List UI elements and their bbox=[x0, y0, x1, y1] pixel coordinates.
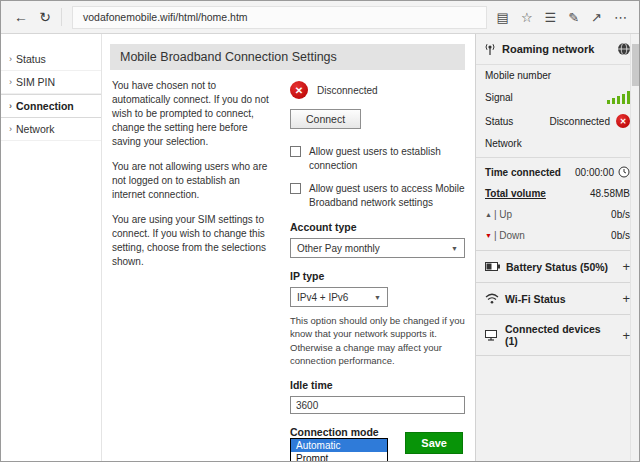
sidebar-item-connection[interactable]: › Connection bbox=[1, 94, 101, 118]
vertical-scrollbar[interactable] bbox=[630, 34, 639, 462]
idle-time-input[interactable] bbox=[290, 396, 465, 414]
share-icon[interactable]: ↗ bbox=[591, 10, 602, 25]
panel-divider bbox=[476, 157, 639, 158]
total-volume-link[interactable]: Total volume bbox=[485, 188, 590, 199]
chevron-right-icon: › bbox=[9, 77, 12, 87]
address-bar[interactable]: vodafonemobile.wifi/html/home.htm bbox=[72, 6, 487, 29]
sidebar-item-sim-pin[interactable]: › SIM PIN bbox=[1, 71, 101, 94]
connection-status-label: Disconnected bbox=[317, 85, 378, 96]
chevron-right-icon: › bbox=[9, 124, 12, 134]
hub-icon[interactable]: ☰ bbox=[545, 10, 557, 25]
status-label: Status bbox=[485, 116, 549, 127]
toolbar-divider bbox=[61, 8, 62, 26]
connection-mode-option-prompt[interactable]: Prompt bbox=[291, 452, 387, 462]
antenna-icon bbox=[484, 43, 496, 56]
select-value: Other Pay monthly bbox=[297, 243, 380, 254]
devices-icon bbox=[485, 330, 499, 341]
select-value: IPv4 + IPv6 bbox=[297, 292, 348, 303]
chevron-right-icon: › bbox=[9, 101, 12, 111]
browser-window: ← ↻ vodafonemobile.wifi/html/home.htm ▤ … bbox=[0, 0, 640, 462]
network-row: Network bbox=[476, 133, 639, 154]
time-connected-value: 00:00:00 bbox=[575, 167, 614, 178]
guest-connection-checkbox-row: Allow guest users to establish connectio… bbox=[290, 145, 465, 172]
controls-column: ✕ Disconnected Connect Allow guest users… bbox=[290, 79, 465, 462]
chevron-down-icon: ▼ bbox=[451, 245, 458, 252]
expand-plus-icon[interactable]: + bbox=[622, 291, 630, 306]
time-connected-label: Time connected bbox=[485, 167, 575, 178]
up-arrow-icon: ▲ bbox=[485, 211, 492, 218]
status-panel: Roaming network Mobile number Signal Sta… bbox=[475, 34, 639, 462]
favorites-star-icon[interactable]: ☆ bbox=[521, 10, 533, 25]
mobile-number-label: Mobile number bbox=[485, 70, 630, 81]
section-label: Battery Status (50%) bbox=[506, 261, 608, 273]
wifi-status-section[interactable]: Wi-Fi Status + bbox=[476, 282, 639, 314]
settings-body: You have chosen not to automatically con… bbox=[110, 79, 465, 462]
mobile-number-row: Mobile number bbox=[476, 65, 639, 86]
up-label: | Up bbox=[494, 209, 611, 220]
nav-label: SIM PIN bbox=[16, 76, 55, 88]
guest-access-checkbox[interactable] bbox=[290, 183, 301, 194]
description-paragraph: You are using your SIM settings to conne… bbox=[112, 213, 274, 269]
network-label: Network bbox=[485, 138, 630, 149]
guest-connection-checkbox[interactable] bbox=[290, 146, 301, 157]
download-row: ▼ | Down 0b/s bbox=[476, 225, 639, 246]
sidebar-item-status[interactable]: › Status bbox=[1, 48, 101, 71]
signal-row: Signal bbox=[476, 86, 639, 109]
total-volume-row: Total volume 48.58MB bbox=[476, 183, 639, 204]
time-connected-row: Time connected 00:00:00 bbox=[476, 161, 639, 183]
section-label: Connected devices (1) bbox=[505, 323, 616, 347]
toolbar-icons: ▤ ☆ ☰ ✎ ↗ ⋯ bbox=[493, 10, 631, 25]
browser-toolbar: ← ↻ vodafonemobile.wifi/html/home.htm ▤ … bbox=[1, 1, 639, 34]
more-icon[interactable]: ⋯ bbox=[614, 10, 627, 25]
scrollbar-thumb[interactable] bbox=[632, 44, 639, 86]
battery-status-section[interactable]: Battery Status (50%) + bbox=[476, 250, 639, 282]
account-type-select[interactable]: Other Pay monthly ▼ bbox=[290, 238, 465, 258]
status-value: Disconnected bbox=[549, 116, 610, 127]
ip-type-select[interactable]: IPv4 + IPv6 ▼ bbox=[290, 287, 388, 307]
url-text: vodafonemobile.wifi/html/home.htm bbox=[83, 11, 248, 23]
signal-bars-icon bbox=[607, 91, 630, 104]
connection-mode-listbox: Automatic Prompt bbox=[290, 438, 388, 462]
reading-view-icon[interactable]: ▤ bbox=[497, 10, 509, 25]
ip-type-note: This option should only be changed if yo… bbox=[290, 314, 465, 367]
description-column: You have chosen not to automatically con… bbox=[112, 79, 274, 462]
description-paragraph: You have chosen not to automatically con… bbox=[112, 79, 274, 149]
expandable-sections: Battery Status (50%) + Wi-Fi Status + bbox=[476, 250, 639, 356]
battery-icon bbox=[485, 262, 500, 271]
disconnected-icon: ✕ bbox=[290, 81, 308, 99]
down-value: 0b/s bbox=[611, 230, 630, 241]
refresh-icon[interactable]: ↻ bbox=[33, 9, 57, 25]
globe-icon bbox=[617, 42, 631, 56]
page-title: Mobile Broadband Connection Settings bbox=[110, 44, 465, 70]
left-navigation: › Status › SIM PIN › Connection › Networ… bbox=[1, 34, 102, 462]
expand-plus-icon[interactable]: + bbox=[622, 259, 630, 274]
expand-plus-icon[interactable]: + bbox=[622, 328, 630, 343]
main-content: Mobile Broadband Connection Settings You… bbox=[102, 34, 475, 462]
down-arrow-icon: ▼ bbox=[485, 232, 492, 239]
connect-button[interactable]: Connect bbox=[290, 109, 361, 129]
down-label: | Down bbox=[494, 230, 611, 241]
clock-icon bbox=[618, 166, 630, 178]
description-paragraph: You are not allowing users who are not l… bbox=[112, 160, 274, 202]
back-icon[interactable]: ← bbox=[9, 9, 33, 25]
page-content: › Status › SIM PIN › Connection › Networ… bbox=[1, 34, 639, 462]
account-type-label: Account type bbox=[290, 221, 465, 233]
connection-mode-option-automatic[interactable]: Automatic bbox=[291, 439, 387, 452]
guest-access-checkbox-row: Allow guest users to access Mobile Broad… bbox=[290, 182, 465, 209]
signal-label: Signal bbox=[485, 92, 607, 103]
connection-status-row: ✕ Disconnected bbox=[290, 81, 465, 99]
total-volume-value: 48.58MB bbox=[590, 188, 630, 199]
status-row: Status Disconnected ✕ bbox=[476, 109, 639, 133]
ip-type-label: IP type bbox=[290, 270, 465, 282]
panel-title: Roaming network bbox=[502, 43, 594, 55]
nav-label: Connection bbox=[16, 100, 74, 112]
up-value: 0b/s bbox=[611, 209, 630, 220]
nav-label: Network bbox=[16, 123, 55, 135]
connected-devices-section[interactable]: Connected devices (1) + bbox=[476, 314, 639, 355]
save-button[interactable]: Save bbox=[405, 432, 463, 454]
roaming-network-header: Roaming network bbox=[476, 34, 639, 65]
chevron-right-icon: › bbox=[9, 54, 12, 64]
web-note-icon[interactable]: ✎ bbox=[568, 10, 579, 25]
sidebar-item-network[interactable]: › Network bbox=[1, 118, 101, 141]
status-error-icon: ✕ bbox=[616, 114, 630, 128]
